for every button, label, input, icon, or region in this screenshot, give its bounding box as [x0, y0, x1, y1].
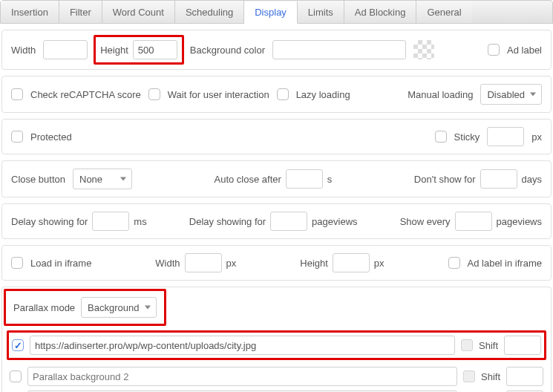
recaptcha-label: Check reCAPTCHA score: [30, 89, 141, 100]
tab-ad-blocking[interactable]: Ad Blocking: [344, 1, 417, 23]
manual-loading-select[interactable]: Disabled: [480, 84, 542, 105]
iframe-height-unit: px: [374, 258, 385, 269]
load-iframe-label: Load in iframe: [30, 258, 91, 269]
dont-show-unit: days: [522, 174, 542, 185]
delay-ms-unit: ms: [134, 216, 146, 227]
panel-loading-options: Check reCAPTCHA score Wait for user inte…: [1, 76, 552, 113]
parallax-row-1-input[interactable]: [30, 336, 455, 355]
panel-parallax: Parallax mode Background Shift Shift Shi…: [1, 287, 552, 392]
wait-interaction-checkbox[interactable]: [148, 88, 160, 100]
tab-scheduling[interactable]: Scheduling: [175, 1, 244, 23]
iframe-height-label: Height: [300, 258, 328, 269]
parallax-row-1-shift-toggle[interactable]: [461, 339, 473, 351]
sticky-unit: px: [531, 131, 542, 143]
panel-iframe: Load in iframe Width px Height px Ad lab…: [1, 245, 552, 281]
show-every-input[interactable]: [455, 212, 492, 231]
close-button-label: Close button: [11, 174, 65, 185]
protected-label: Protected: [30, 131, 72, 143]
parallax-row-2: Shift: [2, 365, 551, 388]
parallax-row-1-shift-input[interactable]: [504, 336, 541, 355]
iframe-width-input[interactable]: [185, 253, 222, 272]
auto-close-input[interactable]: [286, 169, 323, 189]
delay-ms-input[interactable]: [92, 212, 129, 231]
delay-pv-unit: pageviews: [312, 216, 357, 227]
parallax-row-3: Shift: [2, 388, 551, 392]
lazy-loading-label: Lazy loading: [296, 89, 350, 100]
sticky-input[interactable]: [487, 127, 524, 146]
parallax-row-1-shift-label: Shift: [479, 340, 498, 351]
ad-label-text: Ad label: [507, 45, 542, 56]
transparency-swatch[interactable]: [413, 40, 434, 59]
sticky-label: Sticky: [454, 131, 480, 143]
parallax-row-2-input[interactable]: [27, 367, 457, 386]
delay-pv-input[interactable]: [270, 212, 307, 231]
height-highlight: Height: [94, 35, 184, 65]
width-input[interactable]: [43, 40, 88, 59]
iframe-width-label: Width: [155, 258, 180, 269]
close-button-select[interactable]: None: [73, 169, 132, 189]
bgcolor-label: Background color: [190, 45, 265, 56]
tab-limits[interactable]: Limits: [298, 1, 344, 23]
panel-protected-sticky: Protected Sticky px: [1, 119, 552, 154]
ad-label-iframe-label: Ad label in iframe: [468, 258, 542, 269]
dont-show-label: Don't show for: [414, 174, 476, 185]
parallax-mode-select[interactable]: Background: [81, 297, 156, 318]
parallax-row-2-checkbox[interactable]: [10, 370, 22, 382]
tab-display[interactable]: Display: [244, 1, 298, 24]
parallax-row-2-shift-label: Shift: [481, 371, 500, 382]
auto-close-unit: s: [327, 174, 333, 185]
panel-dimensions: Width Height Background color Ad label: [1, 30, 552, 70]
tab-insertion[interactable]: Insertion: [1, 1, 59, 23]
tabs: Insertion Filter Word Count Scheduling D…: [0, 0, 553, 24]
dont-show-input[interactable]: [480, 169, 517, 189]
iframe-height-input[interactable]: [333, 253, 370, 272]
tab-word-count[interactable]: Word Count: [102, 1, 175, 23]
parallax-row-1-highlight: Shift: [7, 330, 546, 360]
show-every-label: Show every: [400, 216, 451, 227]
height-input[interactable]: [133, 40, 177, 59]
lazy-loading-checkbox[interactable]: [277, 88, 289, 100]
panel-close: Close button None Auto close after s Don…: [1, 160, 552, 197]
show-every-unit: pageviews: [497, 216, 542, 227]
iframe-width-unit: px: [226, 258, 237, 269]
parallax-row-2-shift-toggle[interactable]: [463, 370, 475, 382]
manual-loading-label: Manual loading: [408, 89, 473, 100]
delay-pv-label: Delay showing for: [189, 216, 266, 227]
panel-delays: Delay showing for ms Delay showing for p…: [1, 203, 552, 239]
height-label: Height: [100, 45, 128, 56]
parallax-row-2-shift-input[interactable]: [506, 367, 543, 386]
parallax-row-1-checkbox[interactable]: [12, 339, 24, 351]
tab-filter[interactable]: Filter: [59, 1, 102, 23]
bgcolor-input[interactable]: [272, 40, 406, 59]
parallax-mode-highlight: Parallax mode Background: [4, 289, 166, 326]
delay-ms-label: Delay showing for: [11, 216, 88, 227]
load-iframe-checkbox[interactable]: [11, 257, 23, 269]
auto-close-label: Auto close after: [215, 174, 281, 185]
wait-interaction-label: Wait for user interaction: [168, 89, 269, 100]
parallax-mode-label: Parallax mode: [13, 302, 75, 313]
ad-label-checkbox[interactable]: [488, 44, 500, 56]
protected-checkbox[interactable]: [11, 131, 23, 143]
ad-label-iframe-checkbox[interactable]: [448, 257, 460, 269]
width-label: Width: [11, 45, 36, 56]
sticky-checkbox[interactable]: [435, 131, 447, 143]
tab-general[interactable]: General: [416, 1, 471, 23]
recaptcha-checkbox[interactable]: [11, 88, 23, 100]
